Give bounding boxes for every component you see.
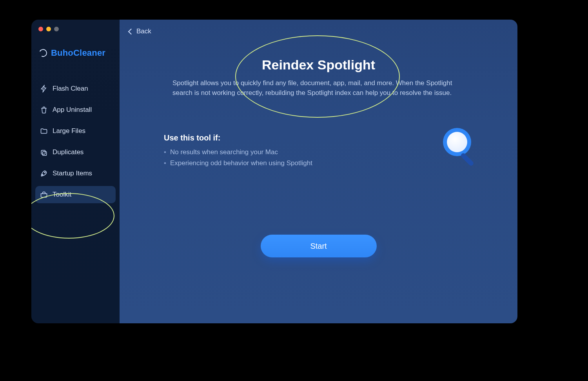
list-item: No results when searching your Mac	[164, 147, 312, 158]
sidebar-item-startup-items[interactable]: Startup Items	[35, 165, 116, 182]
trash-icon	[40, 106, 48, 114]
svg-rect-1	[43, 151, 47, 155]
back-label: Back	[136, 27, 151, 35]
sidebar-item-app-uninstall[interactable]: App Uninstall	[35, 101, 116, 118]
duplicates-icon	[40, 148, 48, 156]
list-item: Experiencing odd behavior when using Spo…	[164, 158, 312, 169]
sidebar-item-label: App Uninstall	[53, 106, 92, 114]
app-window: BuhoCleaner Flash Clean App Uninstall	[31, 20, 517, 323]
magnifier-icon	[440, 126, 478, 170]
folder-icon	[40, 127, 48, 135]
sidebar-item-toolkit[interactable]: Toolkit	[35, 186, 116, 203]
sidebar-item-label: Duplicates	[53, 148, 83, 156]
app-name: BuhoCleaner	[51, 48, 105, 58]
start-button-label: Start	[310, 242, 327, 250]
back-button[interactable]: Back	[129, 27, 151, 35]
svg-point-2	[44, 172, 45, 173]
rocket-icon	[40, 170, 48, 177]
sidebar-item-flash-clean[interactable]: Flash Clean	[35, 80, 116, 97]
svg-rect-5	[460, 152, 475, 167]
sidebar-nav: Flash Clean App Uninstall Large Files	[31, 80, 120, 203]
start-button[interactable]: Start	[261, 235, 377, 257]
bullet-list: No results when searching your Mac Exper…	[164, 147, 312, 169]
content: Back Reindex Spotlight Spotlight allows …	[120, 20, 517, 323]
brand: BuhoCleaner	[31, 31, 120, 58]
list-item-text: No results when searching your Mac	[170, 148, 278, 156]
toolbox-icon	[40, 191, 48, 199]
minimize-window-button[interactable]	[46, 27, 51, 31]
sidebar-item-label: Large Files	[53, 127, 85, 135]
list-item-text: Experiencing odd behavior when using Spo…	[170, 159, 312, 167]
chevron-left-icon	[128, 28, 134, 35]
sidebar-item-label: Toolkit	[53, 191, 71, 199]
svg-rect-0	[41, 150, 45, 154]
annotation-ellipse-title	[235, 35, 400, 118]
sidebar-item-large-files[interactable]: Large Files	[35, 122, 116, 140]
app-logo-icon	[38, 48, 48, 58]
lightning-icon	[40, 85, 48, 93]
stage: BuhoCleaner Flash Clean App Uninstall	[0, 0, 588, 381]
page-description: Spotlight allows you to quickly find any…	[172, 78, 465, 98]
window-controls	[31, 27, 120, 31]
section-title: Use this tool if:	[164, 133, 220, 142]
sidebar-item-duplicates[interactable]: Duplicates	[35, 144, 116, 161]
sidebar: BuhoCleaner Flash Clean App Uninstall	[31, 20, 120, 323]
sidebar-item-label: Flash Clean	[53, 85, 88, 93]
page-title: Reindex Spotlight	[120, 57, 517, 73]
sidebar-item-label: Startup Items	[53, 170, 92, 177]
svg-point-4	[447, 132, 467, 152]
zoom-window-button[interactable]	[54, 27, 59, 31]
close-window-button[interactable]	[38, 27, 43, 31]
